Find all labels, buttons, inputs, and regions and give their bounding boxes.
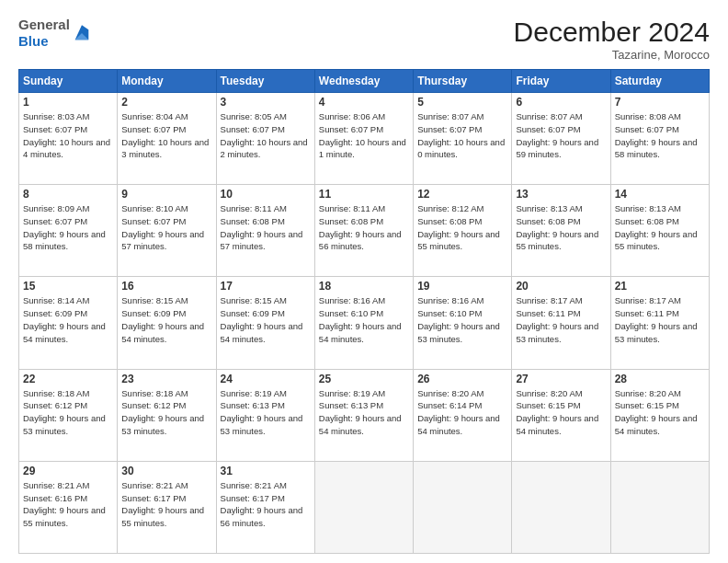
title-block: December 2024 Tazarine, Morocco — [514, 17, 710, 62]
day-info: Sunrise: 8:06 AM Sunset: 6:07 PM Dayligh… — [319, 110, 409, 161]
day-number: 2 — [121, 96, 211, 109]
sunrise-label: Sunrise: 8:14 AM — [23, 295, 89, 305]
day-info: Sunrise: 8:19 AM Sunset: 6:13 PM Dayligh… — [319, 387, 409, 438]
sunset-label: Sunset: 6:09 PM — [23, 308, 87, 318]
sunset-label: Sunset: 6:08 PM — [417, 216, 482, 226]
day-info: Sunrise: 8:14 AM Sunset: 6:09 PM Dayligh… — [23, 294, 113, 345]
day-number: 10 — [221, 188, 311, 201]
sunrise-label: Sunrise: 8:03 AM — [23, 111, 89, 121]
day-cell: 1 Sunrise: 8:03 AM Sunset: 6:07 PM Dayli… — [19, 93, 118, 185]
sunrise-label: Sunrise: 8:04 AM — [121, 111, 188, 121]
day-info: Sunrise: 8:16 AM Sunset: 6:10 PM Dayligh… — [319, 294, 409, 345]
day-cell: 16 Sunrise: 8:15 AM Sunset: 6:09 PM Dayl… — [118, 277, 216, 369]
week-row-5: 29 Sunrise: 8:21 AM Sunset: 6:16 PM Dayl… — [19, 461, 710, 553]
sunrise-label: Sunrise: 8:10 AM — [121, 203, 188, 213]
day-cell: 12 Sunrise: 8:12 AM Sunset: 6:08 PM Dayl… — [414, 185, 512, 277]
sunrise-label: Sunrise: 8:21 AM — [121, 480, 188, 490]
day-cell: 30 Sunrise: 8:21 AM Sunset: 6:17 PM Dayl… — [118, 461, 216, 553]
day-info: Sunrise: 8:07 AM Sunset: 6:07 PM Dayligh… — [417, 110, 507, 161]
sunrise-label: Sunrise: 8:18 AM — [23, 388, 89, 398]
day-number: 4 — [319, 96, 409, 109]
day-info: Sunrise: 8:19 AM Sunset: 6:13 PM Dayligh… — [221, 387, 311, 438]
sunset-label: Sunset: 6:12 PM — [121, 400, 186, 410]
sunrise-label: Sunrise: 8:21 AM — [23, 480, 89, 490]
sunset-label: Sunset: 6:09 PM — [121, 308, 186, 318]
day-number: 15 — [23, 280, 113, 293]
header-friday: Friday — [512, 70, 610, 93]
day-number: 28 — [615, 373, 705, 385]
daylight-label: Daylight: 9 hours and 53 minutes. — [417, 321, 500, 344]
day-number: 8 — [23, 188, 113, 201]
logo-blue: Blue — [18, 33, 70, 50]
sunset-label: Sunset: 6:10 PM — [319, 308, 383, 318]
sunrise-label: Sunrise: 8:07 AM — [417, 111, 483, 121]
day-cell: 24 Sunrise: 8:19 AM Sunset: 6:13 PM Dayl… — [216, 369, 314, 461]
day-info: Sunrise: 8:10 AM Sunset: 6:07 PM Dayligh… — [121, 202, 211, 253]
daylight-label: Daylight: 9 hours and 57 minutes. — [121, 229, 204, 252]
daylight-label: Daylight: 9 hours and 54 minutes. — [221, 321, 303, 344]
sunrise-label: Sunrise: 8:16 AM — [319, 295, 385, 305]
day-info: Sunrise: 8:13 AM Sunset: 6:08 PM Dayligh… — [516, 202, 606, 253]
day-info: Sunrise: 8:15 AM Sunset: 6:09 PM Dayligh… — [121, 294, 211, 345]
day-info: Sunrise: 8:18 AM Sunset: 6:12 PM Dayligh… — [23, 387, 113, 438]
daylight-label: Daylight: 9 hours and 55 minutes. — [516, 229, 598, 252]
sunrise-label: Sunrise: 8:21 AM — [221, 480, 287, 490]
sunrise-label: Sunrise: 8:16 AM — [417, 295, 483, 305]
day-cell: 10 Sunrise: 8:11 AM Sunset: 6:08 PM Dayl… — [216, 185, 314, 277]
day-info: Sunrise: 8:03 AM Sunset: 6:07 PM Dayligh… — [23, 110, 113, 161]
daylight-label: Daylight: 9 hours and 53 minutes. — [516, 321, 598, 344]
sunrise-label: Sunrise: 8:18 AM — [121, 388, 188, 398]
day-cell: 15 Sunrise: 8:14 AM Sunset: 6:09 PM Dayl… — [19, 277, 118, 369]
day-cell: 26 Sunrise: 8:20 AM Sunset: 6:14 PM Dayl… — [414, 369, 512, 461]
sunset-label: Sunset: 6:10 PM — [417, 308, 482, 318]
daylight-label: Daylight: 9 hours and 54 minutes. — [615, 413, 698, 436]
day-cell: 20 Sunrise: 8:17 AM Sunset: 6:11 PM Dayl… — [512, 277, 610, 369]
day-info: Sunrise: 8:20 AM Sunset: 6:15 PM Dayligh… — [615, 387, 705, 438]
page: General Blue December 2024 Tazarine, Mor… — [0, 0, 728, 563]
day-info: Sunrise: 8:12 AM Sunset: 6:08 PM Dayligh… — [417, 202, 507, 253]
sunrise-label: Sunrise: 8:06 AM — [319, 111, 385, 121]
day-cell: 4 Sunrise: 8:06 AM Sunset: 6:07 PM Dayli… — [314, 93, 413, 185]
header-sunday: Sunday — [19, 70, 118, 93]
sunset-label: Sunset: 6:08 PM — [221, 216, 285, 226]
day-cell: 11 Sunrise: 8:11 AM Sunset: 6:08 PM Dayl… — [314, 185, 413, 277]
sunset-label: Sunset: 6:07 PM — [23, 216, 87, 226]
day-cell: 5 Sunrise: 8:07 AM Sunset: 6:07 PM Dayli… — [414, 93, 512, 185]
sunrise-label: Sunrise: 8:20 AM — [516, 388, 582, 398]
day-info: Sunrise: 8:21 AM Sunset: 6:16 PM Dayligh… — [23, 479, 113, 530]
day-info: Sunrise: 8:17 AM Sunset: 6:11 PM Dayligh… — [615, 294, 705, 345]
day-number: 24 — [221, 373, 311, 385]
daylight-label: Daylight: 9 hours and 55 minutes. — [23, 505, 106, 528]
day-info: Sunrise: 8:21 AM Sunset: 6:17 PM Dayligh… — [221, 479, 311, 530]
header: General Blue December 2024 Tazarine, Mor… — [18, 17, 710, 62]
daylight-label: Daylight: 9 hours and 55 minutes. — [121, 505, 204, 528]
day-cell: 25 Sunrise: 8:19 AM Sunset: 6:13 PM Dayl… — [314, 369, 413, 461]
day-number: 19 — [417, 280, 507, 293]
sunset-label: Sunset: 6:07 PM — [121, 124, 186, 134]
day-info: Sunrise: 8:13 AM Sunset: 6:08 PM Dayligh… — [615, 202, 705, 253]
day-number: 22 — [23, 373, 113, 385]
daylight-label: Daylight: 10 hours and 0 minutes. — [417, 137, 505, 160]
daylight-label: Daylight: 10 hours and 2 minutes. — [221, 137, 308, 160]
sunset-label: Sunset: 6:14 PM — [417, 400, 482, 410]
daylight-label: Daylight: 9 hours and 53 minutes. — [23, 413, 106, 436]
day-cell: 19 Sunrise: 8:16 AM Sunset: 6:10 PM Dayl… — [414, 277, 512, 369]
day-info: Sunrise: 8:04 AM Sunset: 6:07 PM Dayligh… — [121, 110, 211, 161]
sunset-label: Sunset: 6:17 PM — [221, 493, 285, 503]
sunset-label: Sunset: 6:07 PM — [319, 124, 383, 134]
day-info: Sunrise: 8:16 AM Sunset: 6:10 PM Dayligh… — [417, 294, 507, 345]
sunset-label: Sunset: 6:07 PM — [121, 216, 186, 226]
sunrise-label: Sunrise: 8:19 AM — [319, 388, 385, 398]
daylight-label: Daylight: 9 hours and 54 minutes. — [516, 413, 598, 436]
daylight-label: Daylight: 9 hours and 58 minutes. — [23, 229, 106, 252]
day-cell: 23 Sunrise: 8:18 AM Sunset: 6:12 PM Dayl… — [118, 369, 216, 461]
sunset-label: Sunset: 6:12 PM — [23, 400, 87, 410]
day-number: 31 — [221, 465, 311, 477]
sunrise-label: Sunrise: 8:13 AM — [615, 203, 681, 213]
day-cell — [314, 461, 413, 553]
header-wednesday: Wednesday — [314, 70, 413, 93]
sunset-label: Sunset: 6:15 PM — [516, 400, 580, 410]
day-number: 17 — [221, 280, 311, 293]
sunrise-label: Sunrise: 8:08 AM — [615, 111, 681, 121]
sunrise-label: Sunrise: 8:09 AM — [23, 203, 89, 213]
